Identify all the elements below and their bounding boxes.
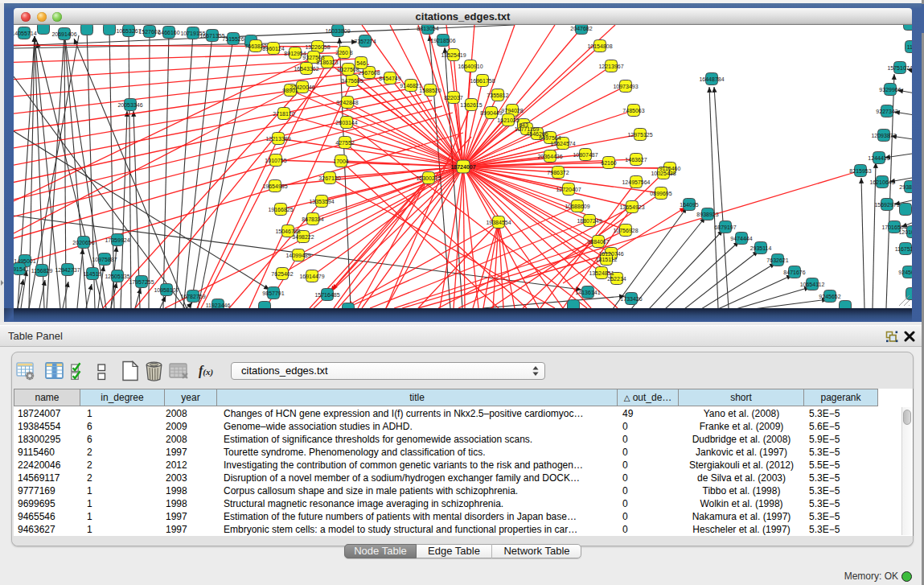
svg-text:16640910: 16640910 xyxy=(458,64,483,69)
svg-text:16033809: 16033809 xyxy=(325,28,350,34)
svg-text:10654112: 10654112 xyxy=(800,282,825,287)
svg-text:8471676: 8471676 xyxy=(783,270,805,275)
svg-text:14136141: 14136141 xyxy=(575,290,600,295)
svg-text:13226058: 13226058 xyxy=(305,44,330,50)
svg-text:15692971: 15692971 xyxy=(874,202,899,208)
svg-text:11923446: 11923446 xyxy=(206,303,231,308)
svg-text:13524851: 13524851 xyxy=(589,270,614,276)
svg-text:18724007: 18724007 xyxy=(450,164,475,170)
svg-text:1463627: 1463627 xyxy=(625,157,647,163)
svg-text:20691406: 20691406 xyxy=(51,31,76,37)
svg-text:12720407: 12720407 xyxy=(556,187,581,192)
svg-text:9857791: 9857791 xyxy=(262,290,284,296)
svg-text:164095: 164095 xyxy=(680,202,698,208)
svg-text:822037: 822037 xyxy=(444,95,462,101)
svg-text:1733426: 1733426 xyxy=(620,296,642,302)
svg-text:2967608: 2967608 xyxy=(358,70,380,76)
svg-text:114519: 114519 xyxy=(84,271,102,277)
svg-text:6466160: 6466160 xyxy=(158,30,179,35)
svg-text:1156829: 1156829 xyxy=(31,268,53,274)
svg-text:546: 546 xyxy=(356,60,366,66)
svg-text:98901: 98901 xyxy=(282,88,298,93)
svg-text:8813054: 8813054 xyxy=(417,26,438,31)
svg-text:10756928: 10756928 xyxy=(613,228,638,233)
svg-text:8215953: 8215953 xyxy=(849,168,871,174)
svg-text:15716485: 15716485 xyxy=(314,292,339,298)
svg-text:8990449: 8990449 xyxy=(480,110,502,116)
svg-text:16210643: 16210643 xyxy=(869,179,894,185)
svg-text:8186323: 8186323 xyxy=(316,60,338,65)
svg-text:120103504: 120103504 xyxy=(898,229,912,235)
svg-text:1010755: 1010755 xyxy=(265,158,286,163)
svg-text:13525419: 13525419 xyxy=(441,52,466,58)
svg-text:7986372: 7986372 xyxy=(547,170,569,175)
svg-text:10975887: 10975887 xyxy=(92,257,117,262)
svg-text:12093873: 12093873 xyxy=(871,133,896,138)
svg-text:8678334: 8678334 xyxy=(302,216,323,222)
svg-text:8960124: 8960124 xyxy=(262,46,284,51)
svg-text:16448784: 16448784 xyxy=(699,76,724,82)
svg-text:252214: 252214 xyxy=(607,276,626,282)
svg-text:9884067: 9884067 xyxy=(587,239,609,245)
svg-text:10973493: 10973493 xyxy=(613,84,638,89)
svg-text:10958107: 10958107 xyxy=(154,287,179,293)
svg-text:14055714: 14055714 xyxy=(14,31,37,36)
svg-text:16782759: 16782759 xyxy=(180,294,205,299)
svg-text:9146821: 9146821 xyxy=(400,83,421,89)
svg-text:10688609: 10688609 xyxy=(565,204,589,209)
svg-text:7632621: 7632621 xyxy=(766,257,788,263)
svg-text:7357274: 7357274 xyxy=(354,39,376,44)
svg-text:10653267: 10653267 xyxy=(116,28,141,34)
svg-text:391541: 391541 xyxy=(14,266,29,272)
svg-text:3475685: 3475685 xyxy=(341,78,363,84)
svg-text:2047682: 2047682 xyxy=(570,26,592,31)
svg-text:2020656: 2020656 xyxy=(72,240,94,245)
svg-text:9474444: 9474444 xyxy=(730,236,752,241)
svg-text:1362615: 1362615 xyxy=(460,102,482,108)
svg-text:1167533: 1167533 xyxy=(895,246,912,252)
svg-text:9242848: 9242848 xyxy=(336,100,358,105)
svg-text:8938923: 8938923 xyxy=(696,212,718,217)
svg-text:19166825: 19166825 xyxy=(268,207,293,212)
svg-text:3498222: 3498222 xyxy=(292,234,314,240)
svg-text:16120746: 16120746 xyxy=(598,251,623,257)
svg-text:10807487: 10807487 xyxy=(573,152,598,158)
svg-text:18807249: 18807249 xyxy=(577,218,602,224)
svg-text:6497564: 6497564 xyxy=(539,135,561,141)
svg-text:9329966: 9329966 xyxy=(879,87,901,93)
svg-text:2935114: 2935114 xyxy=(750,245,772,251)
svg-text:1621025: 1621025 xyxy=(497,117,519,123)
svg-text:8454749: 8454749 xyxy=(379,76,400,81)
svg-text:12213967: 12213967 xyxy=(598,64,623,69)
svg-text:1244415: 1244415 xyxy=(868,155,889,161)
svg-text:9327508: 9327508 xyxy=(337,67,359,72)
svg-text:2718170: 2718170 xyxy=(273,111,294,117)
svg-text:3267130: 3267130 xyxy=(318,175,340,181)
svg-text:10154808: 10154808 xyxy=(587,43,612,49)
svg-text:15046788: 15046788 xyxy=(275,229,300,234)
svg-text:10025438: 10025438 xyxy=(651,171,676,176)
svg-text:1588520: 1588520 xyxy=(419,88,441,93)
svg-text:427552: 427552 xyxy=(335,140,354,146)
svg-text:16671355: 16671355 xyxy=(199,33,224,39)
svg-text:9794028: 9794028 xyxy=(501,108,523,113)
svg-text:12505135: 12505135 xyxy=(105,274,129,279)
svg-text:15300215: 15300215 xyxy=(416,175,441,181)
svg-text:9245652: 9245652 xyxy=(819,294,840,299)
svg-text:7485063: 7485063 xyxy=(622,108,644,113)
svg-text:1495001: 1495001 xyxy=(14,258,35,264)
svg-text:2938504: 2938504 xyxy=(899,184,912,190)
svg-text:20364436: 20364436 xyxy=(537,154,562,159)
svg-text:7355812: 7355812 xyxy=(487,93,508,98)
svg-text:17004: 17004 xyxy=(333,159,349,164)
svg-text:13624574: 13624574 xyxy=(550,141,575,146)
svg-text:12975125: 12975125 xyxy=(627,132,652,138)
svg-text:2803144: 2803144 xyxy=(335,120,357,126)
svg-text:17359924: 17359924 xyxy=(105,237,129,243)
svg-text:16961758: 16961758 xyxy=(470,78,495,84)
svg-text:19218506: 19218506 xyxy=(430,38,455,43)
svg-text:17957255: 17957255 xyxy=(129,279,154,285)
svg-text:0899695: 0899695 xyxy=(650,191,671,196)
svg-text:14099489: 14099489 xyxy=(285,253,310,258)
svg-text:16914479: 16914479 xyxy=(299,274,324,279)
